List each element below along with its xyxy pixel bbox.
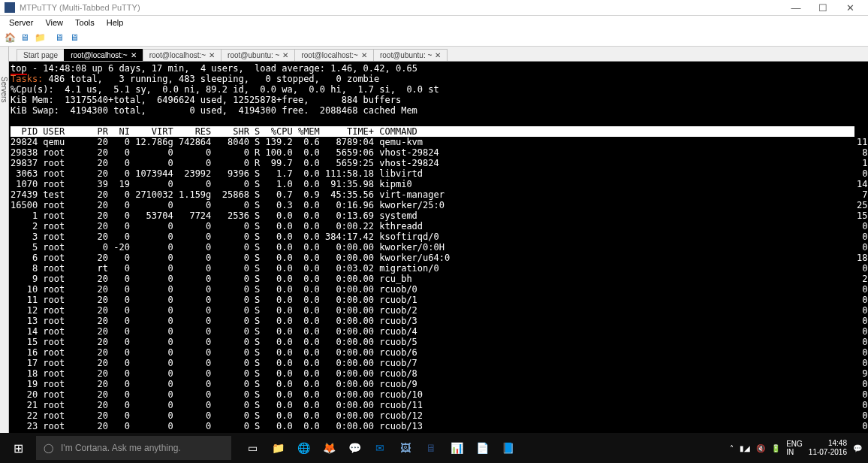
firefox-icon[interactable]: 🦊 — [318, 437, 339, 458]
menu-help[interactable]: Help — [101, 17, 130, 29]
menu-tools[interactable]: Tools — [69, 17, 101, 29]
folder-icon[interactable]: 📁 — [33, 31, 47, 44]
tab-label: root@localhost:~ — [149, 51, 206, 59]
terminal-output: top - 14:48:08 up 6 days, 17 min, 4 user… — [11, 63, 868, 431]
session-tab-3[interactable]: root@ubuntu: ~✕ — [221, 49, 295, 61]
battery-icon[interactable]: 🔋 — [771, 444, 780, 452]
search-placeholder: I'm Cortana. Ask me anything. — [61, 443, 181, 453]
tab-label: root@ubuntu: ~ — [380, 51, 432, 59]
menu-view[interactable]: View — [39, 17, 69, 29]
file-explorer-icon[interactable]: 📁 — [267, 437, 288, 458]
session-tab-0[interactable]: Start page — [17, 49, 65, 61]
window-title: MTPuTTY (Multi-Tabbed PuTTY) — [20, 3, 140, 12]
terminal[interactable]: top - 14:48:08 up 6 days, 17 min, 4 user… — [9, 62, 868, 433]
menubar: Server View Tools Help — [0, 16, 868, 30]
tab-label: root@ubuntu: ~ — [228, 51, 279, 59]
language-indicator[interactable]: ENG IN — [786, 440, 803, 456]
epub-icon[interactable]: 📘 — [497, 437, 518, 458]
skype-icon[interactable]: 💬 — [344, 437, 365, 458]
monitor2-icon[interactable]: 🖥 — [53, 31, 66, 44]
sidebar-label: Servers — [0, 77, 8, 102]
system-tray[interactable]: ˄ ▮◢ 🔇 🔋 ENG IN 14:48 11-07-2016 💬 — [724, 439, 868, 457]
notifications-icon[interactable]: 💬 — [853, 444, 862, 452]
tray-chevron-icon[interactable]: ˄ — [730, 444, 734, 452]
monitor3-icon[interactable]: 🖥 — [68, 31, 81, 44]
minimize-button[interactable]: — — [782, 0, 809, 15]
close-tab-icon[interactable]: ✕ — [435, 51, 441, 59]
session-tab-4[interactable]: root@localhost:~✕ — [294, 49, 373, 61]
cortana-search[interactable]: ◯ I'm Cortana. Ask me anything. — [36, 436, 231, 460]
taskbar: ⊞ ◯ I'm Cortana. Ask me anything. ▭ 📁 🌐 … — [0, 433, 868, 463]
close-tab-icon[interactable]: ✕ — [282, 51, 288, 59]
menu-server[interactable]: Server — [3, 17, 39, 29]
mtputty-icon[interactable]: 🖥 — [420, 437, 442, 458]
tab-label: Start page — [23, 51, 58, 59]
close-tab-icon[interactable]: ✕ — [209, 51, 215, 59]
titlebar: MTPuTTY (Multi-Tabbed PuTTY) — ☐ ✕ — [0, 0, 868, 16]
gallery-icon[interactable]: 🖼 — [395, 437, 416, 458]
chrome-icon[interactable]: 🌐 — [293, 437, 314, 458]
tab-label: root@localhost:~ — [301, 51, 357, 59]
tab-label: root@localhost:~ — [71, 51, 127, 59]
task-view-icon[interactable]: ▭ — [242, 437, 263, 458]
session-tabs: Start pageroot@localhost:~✕root@localhos… — [9, 47, 868, 62]
word-icon[interactable]: 📄 — [472, 437, 493, 458]
session-tab-2[interactable]: root@localhost:~✕ — [143, 49, 222, 61]
home-icon[interactable]: 🏠 — [3, 31, 17, 44]
network-icon[interactable]: ▮◢ — [740, 444, 750, 452]
outlook-icon[interactable]: ✉ — [369, 437, 390, 458]
clock[interactable]: 14:48 11-07-2016 — [809, 439, 847, 457]
close-tab-icon[interactable]: ✕ — [131, 51, 137, 59]
volume-icon[interactable]: 🔇 — [756, 444, 765, 452]
session-tab-1[interactable]: root@localhost:~✕ — [64, 49, 143, 61]
monitor-icon[interactable]: 🖥 — [18, 31, 32, 44]
maximize-button[interactable]: ☐ — [809, 0, 836, 15]
session-tab-5[interactable]: root@ubuntu: ~✕ — [373, 49, 448, 61]
sidebar-handle[interactable]: Servers — [0, 47, 9, 433]
start-button[interactable]: ⊞ — [0, 433, 36, 463]
close-window-button[interactable]: ✕ — [836, 0, 863, 15]
toolbar: 🏠 🖥 📁 🖥 🖥 — [0, 30, 868, 47]
close-tab-icon[interactable]: ✕ — [361, 51, 367, 59]
app-icon — [5, 2, 15, 13]
cortana-icon: ◯ — [44, 443, 53, 453]
excel-icon[interactable]: 📊 — [446, 437, 467, 458]
